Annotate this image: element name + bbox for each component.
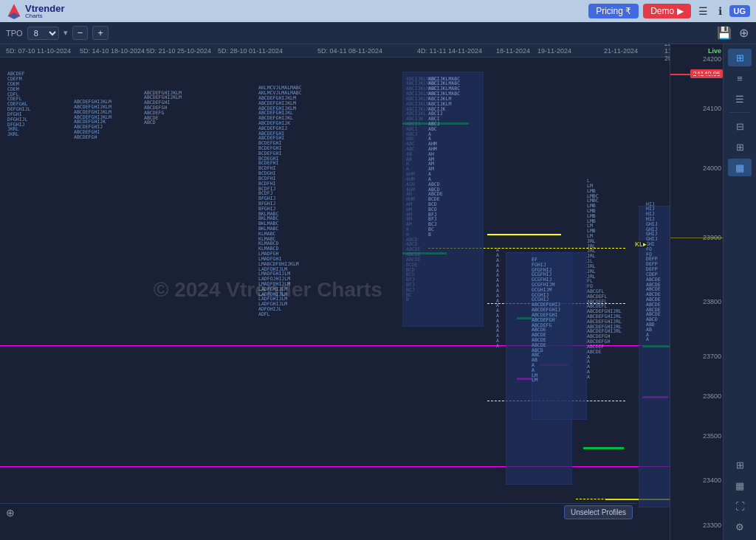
tpo-col-1: ABCDEF CDEFM CDEM CDEM CDFL CDEFL CDEFGH…	[7, 67, 30, 142]
price-23400: 23400	[703, 477, 721, 484]
chart-area[interactable]: 5D: 07-10 11-10-2024 5D: 14-10 18-10-202…	[0, 44, 670, 540]
date-label-6: 4D: 11-11 14-11-2024	[417, 47, 482, 55]
date-label-9: 21-11-2024	[604, 47, 638, 55]
yellow-line-1	[487, 234, 561, 235]
date-label-2: 5D: 14-10 18-10-2024	[80, 47, 145, 55]
logo-area: Vtrender Charts	[6, 3, 64, 19]
header: Vtrender Charts Pricing ₹ Demo ▶ ☰ ℹ UG	[0, 0, 756, 22]
minus-button[interactable]: −	[72, 26, 89, 40]
live-label: Live	[708, 47, 721, 55]
axis-line-highlight	[670, 74, 723, 75]
sidebar-btn-grid-fill[interactable]: ▦	[728, 159, 752, 176]
sidebar-btn-bottom-bars[interactable]: ▦	[728, 477, 752, 494]
sidebar-btn-lines[interactable]: ☰	[728, 90, 752, 108]
date-label-1: 5D: 07-10 11-10-2024	[6, 47, 71, 55]
sidebar-btn-grid3x2[interactable]: ⊟	[728, 117, 752, 135]
green-bar-5	[583, 447, 624, 449]
price-24200: 24200	[703, 55, 721, 63]
kl-label: KL▸	[635, 240, 647, 248]
logo-sub: Charts	[25, 13, 64, 19]
tpo-col-2: ABCDEFGHIJKLM ABCDEFGHIJKLM ABCDEFGHIJKL…	[74, 94, 111, 145]
save-button[interactable]: 💾	[715, 24, 733, 41]
sidebar-btn-grid4[interactable]: ⊞	[728, 138, 752, 156]
tpo-col-10: HIJ HIJ HIJ HIJ GHIJ GHIJ GHIJ GHIJ GHI …	[646, 197, 663, 347]
tpo-col-7: A A A A A A A A A A A A A A A A A A A A	[496, 243, 513, 354]
main-container: 5D: 07-10 11-10-2024 5D: 14-10 18-10-202…	[0, 44, 756, 540]
date-label-3: 5D: 21-10 25-10-2024	[146, 47, 211, 55]
price-23300: 23300	[703, 522, 721, 529]
tpo-col-4: AKLMCVJLMALMABC AKLMCVJLMALMABC ABCDEFGH…	[258, 80, 302, 322]
right-sidebar: ⊞ ≡ ☰ ⊟ ⊞ ▦ ⊞ ▦ ⛶ ⚙	[723, 44, 756, 540]
price-23700: 23700	[703, 353, 721, 360]
price-24100: 24100	[703, 105, 721, 112]
toolbar: TPO 8 4 16 ▾ − + 💾 ⊕	[0, 22, 756, 44]
sidebar-btn-list[interactable]: ≡	[728, 69, 752, 87]
sidebar-divider-1	[729, 112, 751, 113]
date-bar: 5D: 07-10 11-10-2024 5D: 14-10 18-10-202…	[0, 44, 670, 58]
demo-button[interactable]: Demo ▶	[643, 4, 690, 18]
price-axis: Live 24200 24140.95 24100 24000 23900 23…	[670, 44, 723, 540]
tpo-col-3: ABCDEFGHIJKLM ABCDEFGHIJKLM ABCDEFGHI AB…	[144, 86, 182, 131]
date-label-5: 5D: 04-11 08-11-2024	[317, 47, 382, 55]
tpo-col-9: L LM LMB LMBC LMBC LMB LMB LMB LMB LM LM…	[587, 173, 622, 384]
tpo-select[interactable]: 8 4 16	[27, 27, 59, 40]
date-label-7: 18-11-2024	[496, 47, 530, 55]
dropdown-arrow: ▾	[63, 28, 68, 38]
header-right: Pricing ₹ Demo ▶ ☰ ℹ UG	[588, 4, 750, 18]
tpo-col-8: EF FGHIJ GFGFHIJ GCGFHIJ GCGFHIJ GCGFHIJ…	[532, 252, 560, 388]
sidebar-btn-fullscreen[interactable]: ⛶	[728, 497, 752, 515]
price-23500: 23500	[703, 432, 721, 440]
logo-text: Vtrender	[25, 4, 64, 13]
user-badge: UG	[729, 5, 751, 17]
unselect-profiles-button[interactable]: Unselect Profiles	[564, 505, 633, 519]
date-label-10: 22-11-2024	[664, 44, 670, 62]
zoom-button[interactable]: ⊕	[6, 507, 15, 519]
axis-line-23900	[670, 238, 723, 238]
sidebar-btn-grid2x2[interactable]: ⊞	[728, 49, 752, 66]
price-23600: 23600	[703, 392, 721, 400]
sidebar-btn-settings[interactable]: ⚙	[728, 518, 752, 536]
menu-button[interactable]: ☰	[695, 4, 711, 18]
tpo-label: TPO	[6, 29, 23, 38]
info-button[interactable]: ℹ	[715, 4, 725, 18]
logo-icon	[6, 3, 22, 19]
bottom-bar: ⊕	[0, 503, 636, 522]
date-label-8: 19-11-2024	[537, 47, 571, 55]
sidebar-btn-bottom-grid[interactable]: ⊞	[728, 456, 752, 474]
date-label-4: 5D: 28-10 01-11-2024	[218, 47, 283, 55]
tpo-col-6: ABCIJKLMABC ABCIJKLMABC ABCIJKLMABC ABCI…	[428, 72, 460, 243]
price-24000: 24000	[703, 165, 721, 172]
crosshair-button[interactable]: ⊕	[738, 24, 750, 41]
chart-canvas: © 2024 Vtrender Charts	[0, 58, 670, 522]
price-23800: 23800	[703, 298, 721, 305]
pricing-button[interactable]: Pricing ₹	[588, 4, 639, 18]
plus-button[interactable]: +	[92, 26, 109, 40]
